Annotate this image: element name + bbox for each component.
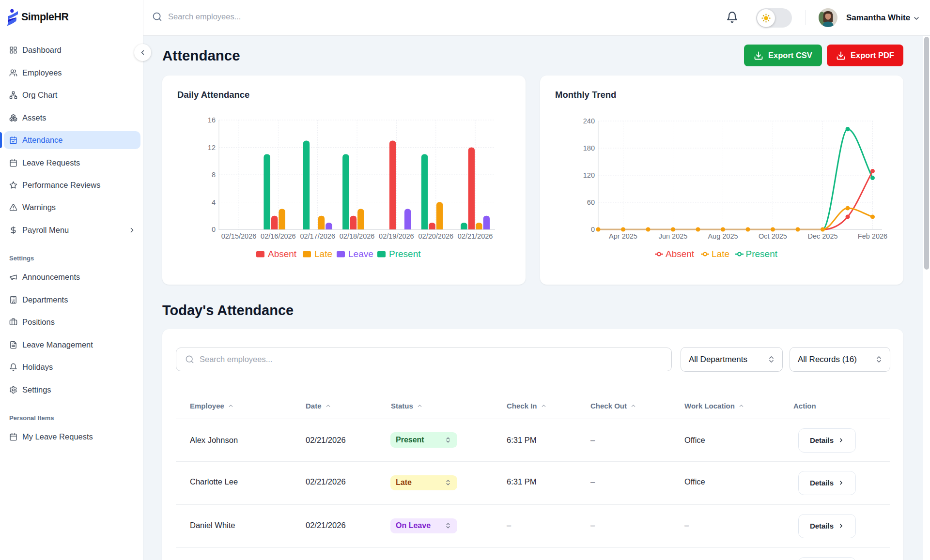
svg-text:02/17/2026: 02/17/2026 — [300, 232, 335, 240]
svg-text:16: 16 — [208, 116, 216, 124]
svg-text:Late: Late — [712, 249, 729, 259]
svg-text:4: 4 — [212, 198, 216, 206]
svg-text:8: 8 — [212, 171, 216, 179]
svg-text:Absent: Absent — [268, 249, 297, 259]
svg-text:Absent: Absent — [666, 249, 695, 259]
svg-text:120: 120 — [583, 171, 595, 179]
svg-text:Oct 2025: Oct 2025 — [759, 232, 787, 240]
svg-text:Leave: Leave — [348, 249, 373, 259]
svg-text:0: 0 — [591, 226, 595, 233]
svg-text:Aug 2025: Aug 2025 — [708, 232, 738, 240]
svg-text:Feb 2026: Feb 2026 — [858, 232, 887, 240]
svg-text:240: 240 — [583, 117, 595, 125]
svg-text:Present: Present — [389, 249, 421, 259]
svg-text:02/18/2026: 02/18/2026 — [340, 232, 375, 240]
svg-text:60: 60 — [587, 198, 595, 206]
svg-text:180: 180 — [583, 144, 595, 152]
svg-text:0: 0 — [212, 226, 216, 233]
svg-text:02/20/2026: 02/20/2026 — [418, 232, 454, 240]
svg-text:Dec 2025: Dec 2025 — [807, 232, 837, 240]
svg-text:Late: Late — [314, 249, 332, 259]
svg-text:Apr 2025: Apr 2025 — [609, 232, 637, 240]
svg-text:02/16/2026: 02/16/2026 — [261, 232, 296, 240]
svg-text:12: 12 — [208, 144, 216, 151]
svg-text:Jun 2025: Jun 2025 — [659, 232, 688, 240]
svg-text:Present: Present — [746, 249, 778, 259]
svg-text:02/15/2026: 02/15/2026 — [221, 232, 257, 240]
svg-text:02/21/2026: 02/21/2026 — [458, 232, 493, 240]
svg-text:02/19/2026: 02/19/2026 — [379, 232, 414, 240]
